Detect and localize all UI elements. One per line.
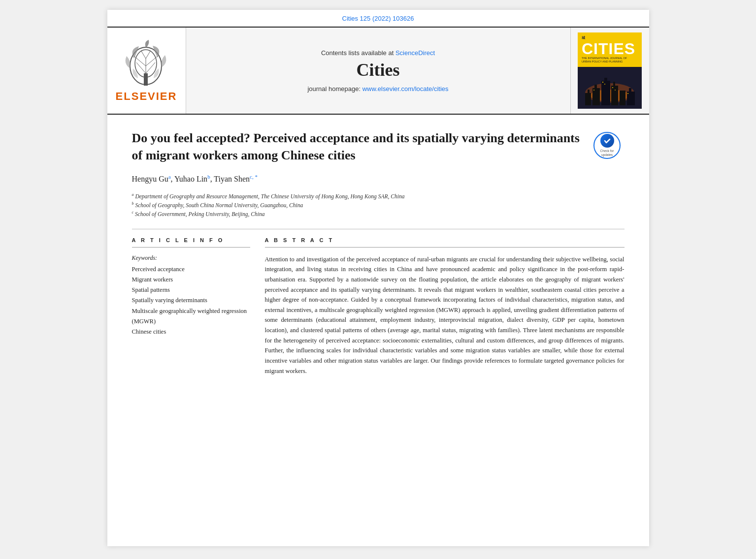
title-row: Do you feel accepted? Perceived acceptan… xyxy=(132,129,625,164)
keywords-label: Keywords: xyxy=(132,254,250,262)
elsevier-brand-text: ELSEVIER xyxy=(116,90,177,103)
affiliations-block: a Department of Geography and Resource M… xyxy=(132,192,625,219)
article-info-column: A R T I C L E I N F O Keywords: Perceive… xyxy=(132,237,250,376)
svg-rect-25 xyxy=(604,84,605,85)
header-center: Contents lists available at ScienceDirec… xyxy=(186,28,570,114)
check-badge: Check for updates xyxy=(593,132,621,159)
article-body: Do you feel accepted? Perceived acceptan… xyxy=(107,115,649,391)
cities-cover-title: CITIES xyxy=(582,41,635,57)
svg-rect-28 xyxy=(593,90,594,91)
svg-rect-15 xyxy=(592,88,600,105)
affiliation-a: a Department of Geography and Resource M… xyxy=(132,192,625,201)
cities-cover-block: 城 CITIES THE INTERNATIONAL JOURNAL OF UR… xyxy=(570,28,649,114)
contents-available-text: Contents lists available at ScienceDirec… xyxy=(321,49,435,57)
svg-rect-17 xyxy=(601,81,610,105)
journal-header: ELSEVIER Contents lists available at Sci… xyxy=(107,27,649,115)
section-divider-top xyxy=(132,229,625,229)
check-badge-inner xyxy=(600,134,614,148)
author-a-sup: a xyxy=(168,174,171,180)
two-column-layout: A R T I C L E I N F O Keywords: Perceive… xyxy=(132,237,625,376)
checkmark-icon xyxy=(603,137,611,145)
abstract-text: Attention to and investigation of the pe… xyxy=(265,254,625,376)
cities-cover-dark-section xyxy=(578,67,642,109)
author-c-sup: c, * xyxy=(250,174,258,180)
citation-bar: Cities 125 (2022) 103626 xyxy=(107,10,649,27)
homepage-link[interactable]: www.elsevier.com/locate/cities xyxy=(362,85,449,93)
svg-rect-23 xyxy=(629,88,631,92)
cities-skyline-icon xyxy=(583,71,637,105)
journal-homepage-text: journal homepage: www.elsevier.com/locat… xyxy=(307,85,448,93)
svg-line-4 xyxy=(146,62,155,73)
abstract-column: A B S T R A C T Attention to and investi… xyxy=(265,237,625,376)
article-info-divider xyxy=(132,247,250,248)
svg-line-9 xyxy=(146,51,150,59)
svg-rect-20 xyxy=(613,82,615,86)
elsevier-logo-block: ELSEVIER xyxy=(107,28,186,114)
svg-rect-21 xyxy=(620,91,625,105)
keyword-4: Spatially varying determinants xyxy=(132,295,250,306)
article-page: Cities 125 (2022) 103626 xyxy=(107,10,649,546)
svg-rect-24 xyxy=(602,82,603,83)
keyword-6: Chinese cities xyxy=(132,327,250,337)
article-info-label: A R T I C L E I N F O xyxy=(132,237,250,243)
keyword-5: Multiscale geographically weighted regre… xyxy=(132,306,250,327)
svg-line-3 xyxy=(136,62,146,73)
keyword-1: Perceived acceptance xyxy=(132,264,250,275)
svg-rect-0 xyxy=(144,73,148,86)
abstract-label: A B S T R A C T xyxy=(265,237,625,243)
svg-rect-13 xyxy=(585,93,591,105)
svg-rect-19 xyxy=(611,86,618,105)
cities-cover-image: 城 CITIES THE INTERNATIONAL JOURNAL OF UR… xyxy=(578,32,642,109)
keyword-2: Migrant workers xyxy=(132,275,250,285)
sciencedirect-link[interactable]: ScienceDirect xyxy=(395,49,435,57)
abstract-divider xyxy=(265,247,625,248)
affiliation-b: b School of Geography, South China Norma… xyxy=(132,201,625,210)
svg-rect-29 xyxy=(627,93,628,94)
keywords-list: Perceived acceptance Migrant workers Spa… xyxy=(132,264,250,338)
article-title: Do you feel accepted? Perceived acceptan… xyxy=(132,129,590,164)
check-for-updates-block: Check for updates xyxy=(590,129,625,159)
svg-rect-14 xyxy=(588,90,590,93)
check-badge-text: Check for updates xyxy=(600,149,614,157)
elsevier-tree-icon xyxy=(119,39,173,88)
svg-line-7 xyxy=(146,56,158,66)
authors-line: Hengyu Gua, Yuhao Linb, Tiyan Shenc, * xyxy=(132,174,625,184)
svg-rect-27 xyxy=(615,90,616,91)
keyword-3: Spatial patterns xyxy=(132,285,250,295)
citation-text: Cities 125 (2022) 103626 xyxy=(342,15,414,22)
cities-cover-subtitle: THE INTERNATIONAL JOURNAL OF URBAN POLIC… xyxy=(582,57,627,63)
svg-rect-26 xyxy=(612,87,613,88)
svg-line-6 xyxy=(134,56,146,66)
svg-rect-16 xyxy=(594,85,597,88)
author-b-sup: b xyxy=(207,174,210,180)
affiliation-c: c School of Government, Peking Universit… xyxy=(132,210,625,218)
svg-rect-18 xyxy=(604,78,607,81)
journal-title: Cities xyxy=(357,60,400,80)
svg-line-8 xyxy=(141,51,146,59)
